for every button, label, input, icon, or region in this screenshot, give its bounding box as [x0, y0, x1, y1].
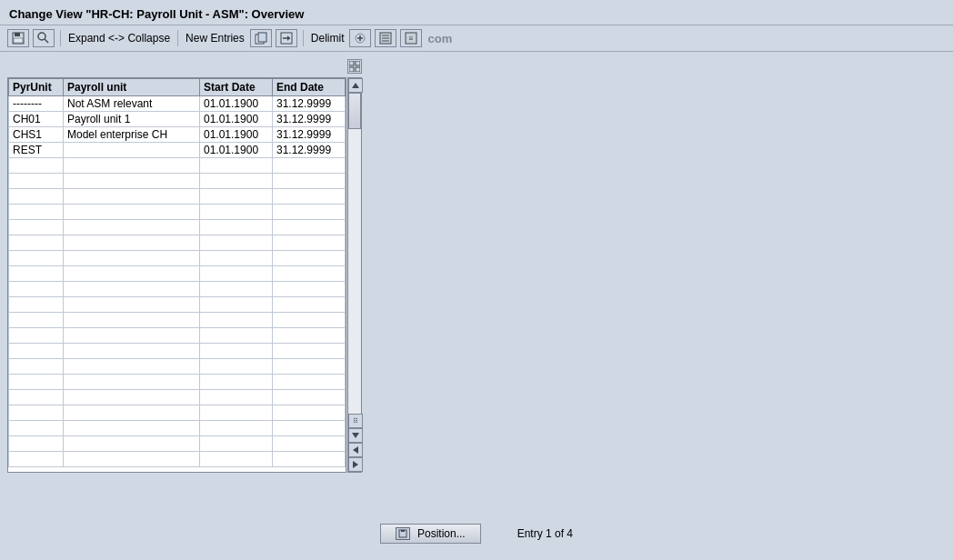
cell-pyrunit-1: CH01 — [9, 112, 64, 127]
table-row[interactable] — [9, 452, 346, 467]
icon4-button[interactable] — [349, 29, 371, 47]
table-row[interactable] — [9, 266, 346, 282]
scroll-right-button[interactable] — [348, 457, 363, 472]
sap-logo: com — [427, 32, 452, 45]
copy-icon — [254, 31, 268, 45]
arrow-icon: <-> — [108, 32, 127, 45]
table-row[interactable] — [9, 328, 346, 344]
position-button-label: Position... — [417, 527, 466, 540]
table-row[interactable]: -------- Not ASM relevant 01.01.1900 31.… — [9, 96, 346, 112]
separator-1 — [60, 30, 61, 46]
svg-point-3 — [38, 33, 45, 40]
table-row[interactable]: CHS1 Model enterprise CH 01.01.1900 31.1… — [9, 127, 346, 143]
scroll-up-button[interactable] — [348, 78, 363, 93]
new-entries-label: New Entries — [186, 32, 245, 45]
cell-end-date-0: 31.12.9999 — [273, 96, 346, 112]
find-button[interactable] — [33, 29, 55, 47]
table-row[interactable] — [9, 235, 346, 251]
cell-pyrunit-2: CHS1 — [9, 127, 64, 143]
scroll-track[interactable] — [348, 93, 361, 414]
icon6-icon: ≡ — [404, 31, 418, 45]
entry-info: Entry 1 of 4 — [517, 527, 573, 540]
table-row[interactable]: REST 01.01.1900 31.12.9999 — [9, 143, 346, 158]
table-row[interactable] — [9, 390, 346, 405]
table-row[interactable]: CH01 Payroll unit 1 01.01.1900 31.12.999… — [9, 112, 346, 127]
expand-collapse-button[interactable]: Expand <-> Collapse — [66, 31, 172, 45]
save-transport-icon — [279, 31, 294, 45]
cell-payroll-unit-3 — [64, 143, 200, 158]
svg-rect-18 — [356, 61, 360, 65]
cell-start-date-3: 01.01.1900 — [200, 143, 273, 158]
svg-marker-23 — [353, 446, 358, 454]
cell-end-date-3: 31.12.9999 — [273, 143, 346, 158]
table-row[interactable] — [9, 421, 346, 436]
expand-label: Expand — [68, 32, 105, 45]
svg-rect-2 — [14, 38, 23, 43]
table-row[interactable] — [9, 189, 346, 205]
cell-payroll-unit-2: Model enterprise CH — [64, 127, 200, 143]
save-button[interactable] — [7, 29, 29, 47]
table-row[interactable] — [9, 405, 346, 421]
cell-pyrunit-0: -------- — [9, 96, 64, 112]
cell-payroll-unit-0: Not ASM relevant — [64, 96, 200, 112]
save-transport-button[interactable] — [276, 29, 297, 47]
scroll-down-button[interactable] — [348, 428, 363, 443]
position-button[interactable]: Position... — [380, 524, 481, 544]
table-row[interactable] — [9, 251, 346, 266]
table-row[interactable] — [9, 313, 346, 328]
title-bar: Change View "HR-CH: Payroll Unit - ASM":… — [0, 0, 953, 25]
col-end-date: End Date — [273, 79, 346, 96]
col-payroll-unit: Payroll unit — [64, 79, 200, 96]
table-row[interactable] — [9, 220, 346, 235]
table-row[interactable] — [9, 158, 346, 174]
copy-button[interactable] — [250, 29, 272, 47]
scroll-left-button[interactable] — [348, 443, 363, 457]
find-icon — [36, 31, 51, 45]
toolbar: Expand <-> Collapse New Entries Delimit — [0, 25, 953, 52]
separator-3 — [303, 30, 304, 46]
data-table: PyrUnit Payroll unit Start Date End Date — [8, 78, 346, 467]
table-header: PyrUnit Payroll unit Start Date End Date — [9, 79, 346, 96]
table-row[interactable] — [9, 297, 346, 313]
icon6-button[interactable]: ≡ — [400, 29, 422, 47]
table-row[interactable] — [9, 174, 346, 189]
grid-toggle-icon[interactable] — [347, 59, 362, 74]
svg-line-4 — [45, 39, 48, 43]
svg-rect-1 — [15, 33, 20, 36]
main-content: PyrUnit Payroll unit Start Date End Date — [0, 52, 953, 539]
cell-pyrunit-3: REST — [9, 143, 64, 158]
table-row[interactable] — [9, 205, 346, 220]
new-entries-button[interactable]: New Entries — [184, 31, 246, 45]
cell-end-date-2: 31.12.9999 — [273, 127, 346, 143]
delimit-label: Delimit — [311, 32, 345, 45]
cell-start-date-1: 01.01.1900 — [200, 112, 273, 127]
svg-marker-21 — [352, 83, 359, 88]
svg-rect-20 — [356, 67, 360, 72]
table-row[interactable] — [9, 375, 346, 390]
cell-end-date-1: 31.12.9999 — [273, 112, 346, 127]
svg-rect-26 — [401, 530, 405, 532]
svg-marker-22 — [352, 433, 359, 438]
table-row[interactable] — [9, 344, 346, 359]
svg-rect-19 — [349, 67, 354, 72]
table-body: -------- Not ASM relevant 01.01.1900 31.… — [9, 96, 346, 467]
splitter-icon: ⠿ — [353, 417, 358, 425]
delimit-button[interactable]: Delimit — [309, 31, 346, 45]
col-start-date: Start Date — [200, 79, 273, 96]
save-icon — [11, 31, 25, 45]
scroll-thumb — [348, 93, 361, 129]
horizontal-splitter[interactable]: ⠿ — [348, 414, 363, 428]
page-title: Change View "HR-CH: Payroll Unit - ASM":… — [9, 7, 304, 21]
col-pyrunit: PyrUnit — [9, 79, 64, 96]
svg-rect-17 — [349, 61, 354, 65]
svg-rect-6 — [258, 33, 266, 42]
table-row[interactable] — [9, 436, 346, 452]
icon4-icon — [353, 31, 367, 45]
table-row[interactable] — [9, 282, 346, 297]
icon5-icon — [378, 31, 393, 45]
separator-2 — [177, 30, 178, 46]
table-container: PyrUnit Payroll unit Start Date End Date — [7, 59, 946, 532]
icon5-button[interactable] — [375, 29, 396, 47]
table-row[interactable] — [9, 359, 346, 375]
collapse-label: Collapse — [127, 32, 170, 45]
